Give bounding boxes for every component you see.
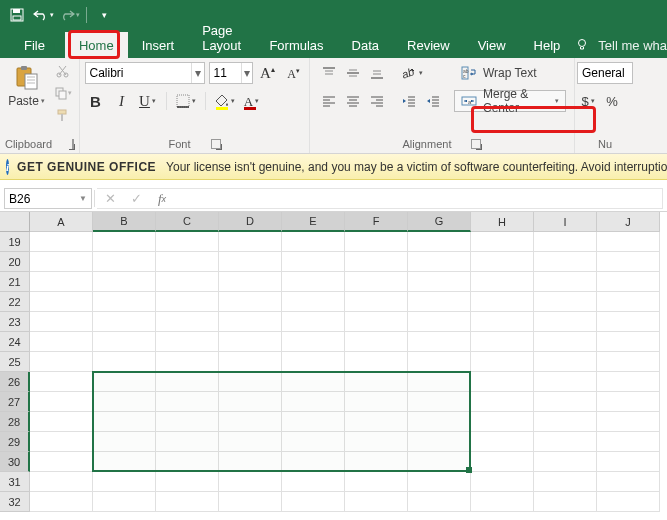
cell[interactable] [156,292,219,312]
align-bottom-button[interactable] [366,62,388,84]
cell[interactable] [534,312,597,332]
column-header[interactable]: F [345,212,408,232]
column-header[interactable]: D [219,212,282,232]
cell[interactable] [597,472,660,492]
cell[interactable] [156,492,219,512]
cell[interactable] [30,252,93,272]
cell[interactable] [156,412,219,432]
cell[interactable] [93,412,156,432]
cell[interactable] [282,272,345,292]
align-top-button[interactable] [318,62,340,84]
cell[interactable] [534,252,597,272]
cell[interactable] [282,392,345,412]
font-size-input[interactable] [210,66,242,80]
cell[interactable] [345,472,408,492]
row-header[interactable]: 22 [0,292,30,312]
cell[interactable] [471,332,534,352]
wrap-text-button[interactable]: abc Wrap Text [454,62,566,84]
fill-color-button[interactable]: ▾ [213,90,237,112]
undo-button[interactable]: ▾ [32,4,54,26]
cell[interactable] [30,452,93,472]
cell[interactable] [93,252,156,272]
cell[interactable] [282,352,345,372]
cell[interactable] [93,452,156,472]
cell[interactable] [534,372,597,392]
name-box-input[interactable] [9,192,75,206]
cell[interactable] [408,272,471,292]
cell[interactable] [471,412,534,432]
cancel-formula-button[interactable]: ✕ [97,189,123,208]
cell[interactable] [156,232,219,252]
row-header[interactable]: 24 [0,332,30,352]
cell[interactable] [30,412,93,432]
cell[interactable] [30,312,93,332]
cell[interactable] [534,352,597,372]
cell[interactable] [471,252,534,272]
cell[interactable] [408,452,471,472]
cell[interactable] [93,432,156,452]
cell[interactable] [30,472,93,492]
column-header[interactable]: H [471,212,534,232]
cell[interactable] [219,492,282,512]
cell[interactable] [219,252,282,272]
cell[interactable] [30,232,93,252]
cell[interactable] [156,352,219,372]
cell[interactable] [408,432,471,452]
cell[interactable] [534,232,597,252]
cell[interactable] [597,412,660,432]
row-header[interactable]: 27 [0,392,30,412]
cell[interactable] [408,472,471,492]
italic-button[interactable]: I [111,90,133,112]
enter-formula-button[interactable]: ✓ [123,189,149,208]
cell[interactable] [534,272,597,292]
row-header[interactable]: 31 [0,472,30,492]
cell[interactable] [282,492,345,512]
cell[interactable] [345,412,408,432]
cell[interactable] [219,332,282,352]
cell[interactable] [282,232,345,252]
cell[interactable] [282,372,345,392]
align-center-button[interactable] [342,90,364,112]
cell[interactable] [408,252,471,272]
cell[interactable] [30,292,93,312]
row-header[interactable]: 32 [0,492,30,512]
tab-help[interactable]: Help [520,32,575,58]
cell[interactable] [471,372,534,392]
formula-bar-input[interactable] [175,188,663,209]
cell[interactable] [93,312,156,332]
cell[interactable] [93,292,156,312]
row-header[interactable]: 21 [0,272,30,292]
cell[interactable] [534,452,597,472]
tell-me-search[interactable]: Tell me wha [596,32,667,58]
cell[interactable] [408,232,471,252]
row-header[interactable]: 30 [0,452,30,472]
chevron-down-icon[interactable]: ▼ [75,194,87,203]
cell[interactable] [219,272,282,292]
row-header[interactable]: 23 [0,312,30,332]
cell[interactable] [534,432,597,452]
column-header[interactable]: J [597,212,660,232]
cell[interactable] [597,492,660,512]
cell[interactable] [408,372,471,392]
cell[interactable] [156,372,219,392]
borders-button[interactable]: ▾ [174,90,198,112]
cell[interactable] [597,332,660,352]
bold-button[interactable]: B [85,90,107,112]
font-name-combo[interactable]: ▾ [85,62,205,84]
cell[interactable] [471,232,534,252]
cell[interactable] [219,352,282,372]
chevron-down-icon[interactable]: ▾ [241,63,251,83]
cell[interactable] [534,392,597,412]
cell[interactable] [282,412,345,432]
cell[interactable] [471,392,534,412]
format-painter-button[interactable] [53,106,73,124]
cell[interactable] [219,472,282,492]
cell[interactable] [30,492,93,512]
cell[interactable] [219,232,282,252]
tab-view[interactable]: View [464,32,520,58]
cell[interactable] [93,472,156,492]
row-header[interactable]: 29 [0,432,30,452]
alignment-dialog-launcher[interactable] [471,139,481,149]
cell[interactable] [471,352,534,372]
cell[interactable] [534,472,597,492]
